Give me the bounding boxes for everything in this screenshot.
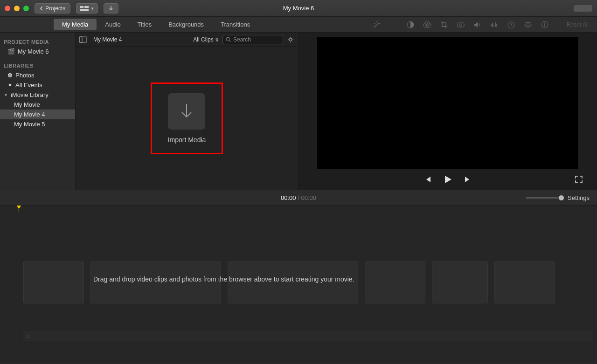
tab-transitions[interactable]: Transitions <box>212 19 258 30</box>
timeline-header: 00:00 / 00:00 Settings <box>0 190 597 206</box>
zoom-slider[interactable] <box>526 197 563 199</box>
svg-point-20 <box>289 38 292 41</box>
clip-placeholder <box>23 261 84 303</box>
window-controls <box>5 6 29 11</box>
photos-icon: ✽ <box>7 72 13 79</box>
speed-icon[interactable] <box>507 21 515 29</box>
color-correction-icon[interactable] <box>423 21 431 29</box>
svg-rect-0 <box>80 6 83 8</box>
view-mode-button[interactable]: ▾ <box>76 3 98 14</box>
viewer <box>298 33 597 190</box>
color-balance-icon[interactable] <box>406 21 415 29</box>
adjustment-toolbar: Reset All <box>356 21 597 29</box>
media-tabs-row: My Media Audio Titles Backgrounds Transi… <box>0 17 597 33</box>
sidebar-photos[interactable]: ✽ Photos <box>0 70 75 80</box>
svg-point-4 <box>376 21 377 22</box>
browser-event-name: My Movie 4 <box>93 36 122 43</box>
import-media-highlight: Import Media <box>151 82 223 154</box>
stabilization-icon[interactable] <box>457 21 465 29</box>
svg-rect-9 <box>458 23 464 27</box>
back-label: Projects <box>45 5 65 12</box>
timecode-sep: / <box>296 194 301 201</box>
sidebar-project-label: My Movie 6 <box>18 48 49 55</box>
clip-placeholder <box>494 261 555 303</box>
event-label: My Movie 4 <box>14 111 45 118</box>
import-media-button[interactable] <box>168 93 205 130</box>
next-frame-button[interactable] <box>463 176 472 183</box>
audio-track[interactable]: ♫ <box>23 331 592 341</box>
sidebar-imovie-library[interactable]: ▼ iMovie Library <box>0 90 75 100</box>
main-area: PROJECT MEDIA 🎬 My Movie 6 LIBRARIES ✽ P… <box>0 33 597 190</box>
window-title: My Movie 6 <box>283 5 314 12</box>
tab-titles[interactable]: Titles <box>129 19 160 30</box>
media-tabs: My Media Audio Titles Backgrounds Transi… <box>54 19 258 30</box>
titlebar: Projects ▾ My Movie 6 <box>0 0 597 17</box>
clip-placeholder <box>365 261 425 303</box>
timeline-settings-button[interactable]: Settings <box>568 194 590 201</box>
project-media-header: PROJECT MEDIA <box>0 36 75 47</box>
all-events-label: All Events <box>15 82 42 89</box>
svg-rect-1 <box>84 6 89 8</box>
music-note-icon: ♫ <box>26 333 30 339</box>
timeline[interactable]: Drag and drop video clips and photos fro… <box>0 206 597 363</box>
volume-icon[interactable] <box>473 21 482 29</box>
filter-icon[interactable] <box>524 21 532 29</box>
sidebar-all-events[interactable]: ✦ All Events <box>0 80 75 90</box>
svg-rect-2 <box>80 9 89 11</box>
timeline-controls: Settings <box>526 194 590 201</box>
fullscreen-button[interactable] <box>575 175 583 184</box>
svg-point-3 <box>374 23 375 24</box>
event-label: My Movie <box>14 101 40 108</box>
svg-point-19 <box>226 37 230 41</box>
clip-placeholder <box>432 261 488 303</box>
reset-all-button[interactable]: Reset All <box>567 21 589 28</box>
photos-label: Photos <box>15 72 34 79</box>
playback-controls <box>308 169 588 190</box>
download-arrow-icon <box>177 101 196 122</box>
libraries-header: LIBRARIES <box>0 60 75 70</box>
timecode-current: 00:00 <box>281 194 296 201</box>
tab-my-media[interactable]: My Media <box>54 19 97 30</box>
library-label: iMovie Library <box>11 91 49 98</box>
noise-reduction-icon[interactable] <box>490 21 499 29</box>
svg-point-15 <box>544 23 545 24</box>
disclosure-triangle-icon[interactable]: ▼ <box>4 93 8 97</box>
search-placeholder: Search <box>233 36 251 43</box>
maximize-icon[interactable] <box>23 6 29 11</box>
search-input[interactable]: Search <box>222 35 283 44</box>
sidebar-event-0[interactable]: My Movie <box>0 100 75 110</box>
browser-header: My Movie 4 All Clips ⇅ Search <box>76 33 298 47</box>
timecode-duration: 00:00 <box>301 194 316 201</box>
sidebar-event-1[interactable]: My Movie 4 <box>0 110 75 119</box>
media-browser: My Movie 4 All Clips ⇅ Search Import Med… <box>76 33 298 190</box>
svg-rect-17 <box>80 37 86 42</box>
svg-rect-16 <box>544 24 545 27</box>
preview-canvas[interactable] <box>317 37 578 169</box>
clip-filter-dropdown[interactable]: All Clips ⇅ <box>193 36 219 43</box>
minimize-icon[interactable] <box>14 6 20 11</box>
playhead-icon[interactable] <box>19 206 19 212</box>
sidebar-event-2[interactable]: My Movie 5 <box>0 119 75 129</box>
browser-body: Import Media <box>76 47 298 190</box>
close-icon[interactable] <box>5 6 10 11</box>
tab-audio[interactable]: Audio <box>97 19 129 30</box>
star-icon: ✦ <box>7 82 13 89</box>
crop-icon[interactable] <box>440 21 448 29</box>
event-label: My Movie 5 <box>14 121 45 128</box>
svg-point-10 <box>459 24 462 26</box>
info-icon[interactable] <box>541 21 549 29</box>
list-toggle-icon[interactable] <box>79 36 87 43</box>
timeline-hint: Drag and drop video clips and photos fro… <box>93 275 354 283</box>
sidebar-project[interactable]: 🎬 My Movie 6 <box>0 47 75 56</box>
search-icon <box>226 37 231 42</box>
import-button[interactable] <box>104 3 118 14</box>
timecode: 00:00 / 00:00 <box>281 194 316 201</box>
browser-settings-icon[interactable] <box>287 36 294 43</box>
library-sidebar: PROJECT MEDIA 🎬 My Movie 6 LIBRARIES ✽ P… <box>0 33 76 190</box>
back-to-projects-button[interactable]: Projects <box>35 3 70 14</box>
prev-frame-button[interactable] <box>424 176 432 183</box>
tab-backgrounds[interactable]: Backgrounds <box>160 19 212 30</box>
share-button[interactable] <box>574 5 592 12</box>
play-button[interactable] <box>443 174 453 185</box>
enhance-wand-icon[interactable] <box>373 21 381 29</box>
